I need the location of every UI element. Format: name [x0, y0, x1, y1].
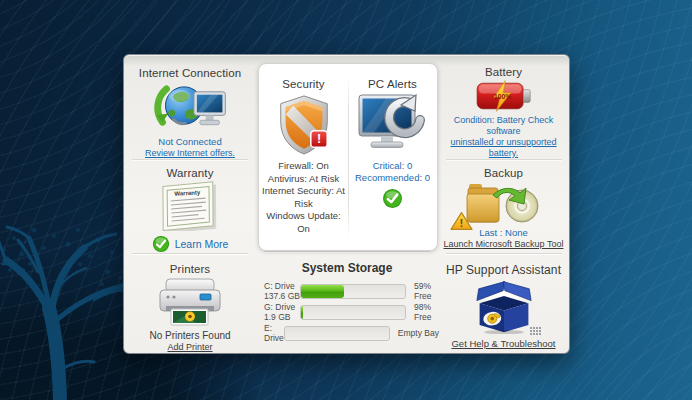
- pc-alerts-recommended-count: Recommended: 0: [355, 172, 430, 184]
- storage-bar-fill: [301, 306, 303, 319]
- drive-free-label: Free: [414, 313, 431, 323]
- certificate-icon: Warranty: [158, 181, 222, 231]
- get-help-troubleshoot-link[interactable]: Get Help & Troubleshoot: [451, 338, 555, 349]
- storage-row-g-drive: G: Drive 1.9 GB 98% Free: [258, 302, 436, 323]
- battery-condition-line1: Condition: Battery Check software: [438, 115, 569, 137]
- security-alerts-card: Security: [258, 63, 438, 251]
- panel-warranty[interactable]: Warranty Warranty: [124, 159, 256, 253]
- launch-backup-tool-link[interactable]: Launch Microsoft Backup Tool: [438, 239, 569, 250]
- storage-row-c-drive: C: Drive 137.6 GB 59% Free: [258, 281, 436, 302]
- globe-monitor-icon: [153, 80, 227, 135]
- folder-to-disc-icon: [466, 181, 542, 225]
- panel-security[interactable]: Security: [259, 64, 348, 250]
- open-box-tools-icon: [469, 278, 539, 334]
- drive-size: 137.6 GB: [264, 292, 300, 302]
- drive-name: E: Drive: [264, 324, 284, 343]
- security-title: Security: [282, 78, 324, 90]
- divider: [348, 76, 349, 238]
- storage-bar: [284, 326, 390, 341]
- security-windows-update-status: Windows Update: On: [259, 210, 348, 235]
- printers-title: Printers: [170, 263, 210, 275]
- monitor-refresh-icon: [358, 94, 428, 154]
- internet-connection-title: Internet Connection: [139, 67, 241, 79]
- panel-hp-support-assistant[interactable]: HP Support Assistant Get Help & Troubles…: [438, 253, 569, 353]
- internet-status-text: Not Connected: [158, 136, 221, 148]
- printer-photo-icon: [156, 277, 224, 327]
- resize-grip-icon[interactable]: [530, 327, 541, 335]
- panel-battery[interactable]: Battery 100% Condition: Battery Check so…: [438, 55, 569, 159]
- backup-title: Backup: [484, 167, 523, 179]
- review-internet-offers-link[interactable]: Review Internet offers.: [145, 148, 235, 159]
- drive-status: Empty Bay: [398, 329, 439, 339]
- pc-alerts-critical-count: Critical: 0: [373, 160, 413, 172]
- svg-text:!: !: [316, 132, 320, 146]
- battery-title: Battery: [485, 66, 522, 78]
- storage-bar: [300, 284, 406, 299]
- storage-bar: [300, 305, 406, 320]
- shield-alert-icon: !: [273, 94, 335, 156]
- drive-size: 1.9 GB: [264, 313, 300, 323]
- svg-text:!: !: [460, 217, 464, 229]
- drive-free-label: Free: [414, 292, 431, 302]
- printers-status-text: No Printers Found: [149, 330, 230, 342]
- battery-condition-link[interactable]: uninstalled or unsupported battery.: [438, 137, 569, 159]
- panel-pc-alerts[interactable]: PC Alerts: [348, 64, 437, 250]
- panel-printers[interactable]: Printers: [124, 253, 256, 353]
- system-storage-title: System Storage: [258, 261, 436, 275]
- panel-system-storage[interactable]: System Storage C: Drive 137.6 GB 59% Fre…: [258, 251, 436, 353]
- battery-charge-label: 100%: [494, 93, 511, 100]
- warranty-title: Warranty: [166, 167, 213, 179]
- storage-bar-fill: [301, 285, 344, 298]
- warranty-learn-more-link[interactable]: Learn More: [175, 238, 229, 250]
- pc-alerts-title: PC Alerts: [368, 78, 417, 90]
- dashboard-panel: Internet Connection: [123, 54, 570, 354]
- security-internet-security-status: Internet Security: At Risk: [259, 185, 348, 210]
- panel-internet-connection[interactable]: Internet Connection: [124, 55, 256, 159]
- tree-silhouette: [0, 220, 142, 400]
- panel-backup[interactable]: Backup: [438, 159, 569, 253]
- hp-support-assistant-title: HP Support Assistant: [446, 263, 561, 277]
- warning-triangle-icon: !: [450, 211, 473, 231]
- add-printer-link[interactable]: Add Printer: [167, 342, 212, 353]
- security-antivirus-status: Antivirus: At Risk: [259, 173, 348, 186]
- storage-row-e-drive: E: Drive Empty Bay: [258, 323, 436, 344]
- security-firewall-status: Firewall: On: [259, 160, 348, 173]
- check-circle-icon: [152, 235, 170, 253]
- battery-bolt-icon: 100%: [461, 80, 547, 112]
- check-circle-icon: [382, 188, 403, 209]
